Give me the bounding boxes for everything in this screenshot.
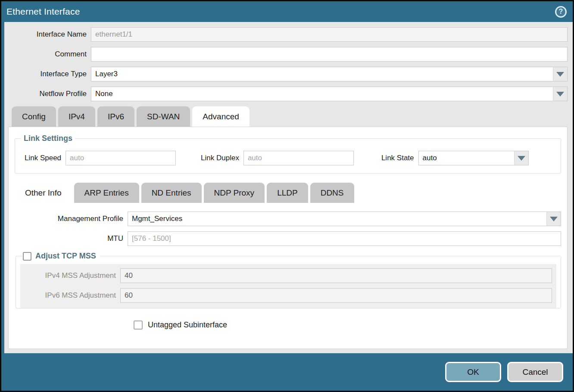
netflow-profile-label: Netflow Profile bbox=[8, 90, 91, 98]
ipv4-mss-field bbox=[120, 268, 552, 283]
management-profile-value: Mgmt_Services bbox=[128, 212, 546, 226]
interface-name-field bbox=[91, 27, 568, 42]
link-speed-label: Link Speed bbox=[25, 154, 66, 162]
untagged-subinterface-label: Untagged Subinterface bbox=[148, 320, 227, 330]
management-profile-dropdown-button[interactable] bbox=[546, 212, 561, 226]
link-speed-field[interactable] bbox=[66, 151, 176, 165]
interface-type-row: Interface Type Layer3 bbox=[8, 67, 568, 81]
chevron-down-icon bbox=[556, 72, 564, 77]
main-tab-strip: Config IPv4 IPv6 SD-WAN Advanced bbox=[8, 106, 568, 127]
link-state-dropdown-button[interactable] bbox=[514, 151, 528, 165]
link-settings-fieldset: Link Settings Link Speed Link Duplex Lin… bbox=[15, 134, 561, 174]
tab-config[interactable]: Config bbox=[12, 106, 56, 127]
dialog-title: Ethernet Interface bbox=[6, 6, 80, 17]
tab-nd-entries[interactable]: ND Entries bbox=[141, 183, 202, 203]
tab-ndp-proxy[interactable]: NDP Proxy bbox=[204, 183, 265, 203]
chevron-down-icon bbox=[550, 217, 558, 221]
netflow-profile-row: Netflow Profile None bbox=[8, 87, 568, 101]
link-settings-legend: Link Settings bbox=[21, 134, 75, 143]
adjust-tcp-mss-checkbox[interactable] bbox=[23, 252, 31, 261]
comment-label: Comment bbox=[8, 50, 91, 59]
advanced-tab-panel: Link Settings Link Speed Link Duplex Lin… bbox=[8, 127, 568, 349]
interface-name-row: Interface Name bbox=[8, 27, 568, 42]
ipv6-mss-label: IPv6 MSS Adjustment bbox=[20, 291, 120, 300]
untagged-subinterface-checkbox[interactable] bbox=[134, 320, 143, 330]
ethernet-interface-dialog: Ethernet Interface ? Interface Name Comm… bbox=[0, 0, 574, 392]
mtu-row: MTU bbox=[15, 231, 561, 246]
interface-type-dropdown[interactable]: Layer3 bbox=[91, 67, 568, 81]
link-state-label: Link State bbox=[381, 154, 418, 162]
link-state-dropdown[interactable]: auto bbox=[418, 151, 529, 165]
ipv4-mss-row: IPv4 MSS Adjustment bbox=[20, 268, 556, 283]
comment-row: Comment bbox=[8, 47, 568, 62]
mss-disabled-block: IPv4 MSS Adjustment IPv6 MSS Adjustment bbox=[20, 264, 556, 308]
tab-other-info[interactable]: Other Info bbox=[15, 183, 72, 203]
interface-name-label: Interface Name bbox=[8, 30, 91, 39]
link-duplex-label: Link Duplex bbox=[201, 154, 243, 162]
tab-ipv6[interactable]: IPv6 bbox=[97, 106, 134, 127]
management-profile-row: Management Profile Mgmt_Services bbox=[15, 212, 561, 226]
ipv4-mss-label: IPv4 MSS Adjustment bbox=[20, 271, 120, 280]
link-duplex-field[interactable] bbox=[243, 151, 354, 165]
netflow-profile-dropdown-button[interactable] bbox=[553, 87, 567, 101]
ipv6-mss-field bbox=[120, 288, 552, 303]
netflow-profile-dropdown[interactable]: None bbox=[91, 87, 568, 101]
ipv6-mss-row: IPv6 MSS Adjustment bbox=[20, 288, 556, 303]
interface-type-label: Interface Type bbox=[8, 70, 91, 78]
comment-field[interactable] bbox=[91, 47, 568, 62]
tab-ipv4[interactable]: IPv4 bbox=[58, 106, 95, 127]
management-profile-dropdown[interactable]: Mgmt_Services bbox=[128, 212, 561, 226]
chevron-down-icon bbox=[556, 92, 564, 96]
other-info-panel: Management Profile Mgmt_Services MTU bbox=[15, 212, 561, 330]
inner-tab-strip: Other Info ARP Entries ND Entries NDP Pr… bbox=[15, 183, 561, 203]
adjust-tcp-mss-legend: Adjust TCP MSS bbox=[23, 252, 100, 261]
untagged-subinterface-row: Untagged Subinterface bbox=[134, 320, 561, 330]
dialog-left-edge bbox=[1, 22, 4, 353]
cancel-button[interactable]: Cancel bbox=[507, 362, 563, 382]
help-icon[interactable]: ? bbox=[555, 6, 567, 18]
adjust-tcp-mss-legend-text: Adjust TCP MSS bbox=[35, 252, 96, 261]
adjust-tcp-mss-fieldset: Adjust TCP MSS IPv4 MSS Adjustment IPv6 … bbox=[16, 252, 561, 308]
interface-type-dropdown-button[interactable] bbox=[553, 67, 567, 81]
dialog-content: Interface Name Comment Interface Type La… bbox=[4, 22, 573, 353]
link-state-value: auto bbox=[419, 151, 514, 165]
tab-sdwan[interactable]: SD-WAN bbox=[137, 106, 190, 127]
tab-advanced[interactable]: Advanced bbox=[192, 106, 250, 127]
mtu-field[interactable] bbox=[128, 231, 561, 246]
chevron-down-icon bbox=[518, 156, 525, 161]
dialog-footer: OK Cancel bbox=[1, 353, 573, 391]
tab-arp-entries[interactable]: ARP Entries bbox=[74, 183, 139, 203]
management-profile-label: Management Profile bbox=[15, 215, 128, 223]
tab-lldp[interactable]: LLDP bbox=[267, 183, 308, 203]
netflow-profile-value: None bbox=[91, 87, 553, 101]
interface-type-value: Layer3 bbox=[91, 67, 553, 81]
dialog-titlebar: Ethernet Interface ? bbox=[1, 1, 573, 22]
ok-button[interactable]: OK bbox=[445, 362, 501, 382]
mtu-label: MTU bbox=[15, 234, 128, 243]
tab-ddns[interactable]: DDNS bbox=[310, 183, 354, 203]
